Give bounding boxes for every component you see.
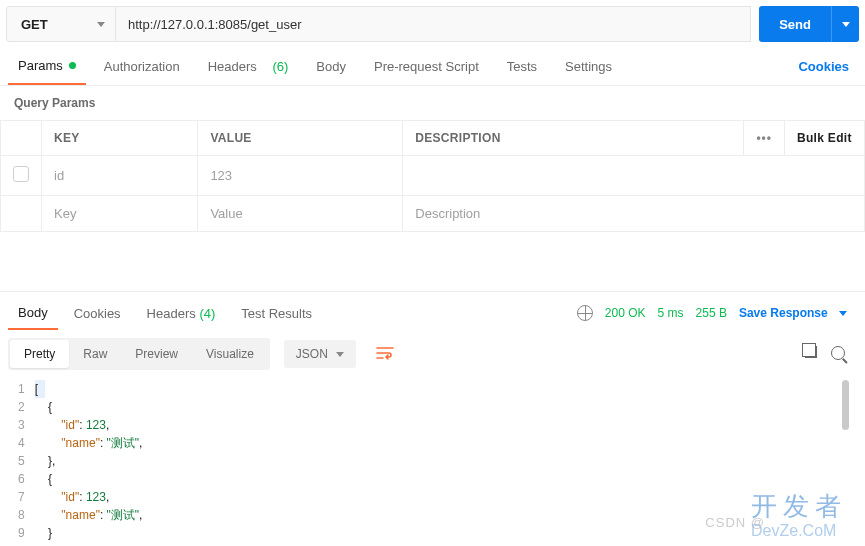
save-response-button[interactable]: Save Response: [739, 306, 847, 320]
tab-authorization[interactable]: Authorization: [94, 48, 190, 85]
tab-headers[interactable]: Headers (6): [198, 48, 299, 85]
desc-cell[interactable]: [403, 156, 865, 196]
code-content[interactable]: [ { "id": 123, "name": "测试", }, { "id": …: [35, 378, 143, 544]
url-input[interactable]: [116, 6, 751, 42]
response-size[interactable]: 255 B: [696, 306, 727, 320]
chevron-down-icon: [839, 311, 847, 316]
value-cell[interactable]: 123: [198, 156, 403, 196]
method-label: GET: [21, 17, 48, 32]
view-preview-button[interactable]: Preview: [121, 340, 192, 368]
tab-prerequest[interactable]: Pre-request Script: [364, 48, 489, 85]
globe-icon[interactable]: [577, 305, 593, 321]
line-gutter: 123456789: [4, 378, 35, 544]
send-dropdown-button[interactable]: [831, 6, 859, 42]
view-toolbar: Pretty Raw Preview Visualize JSON: [0, 330, 865, 378]
response-tabs: Body Cookies Headers (4) Test Results 20…: [0, 292, 865, 330]
status-code[interactable]: 200 OK: [605, 306, 646, 320]
view-raw-button[interactable]: Raw: [69, 340, 121, 368]
chevron-down-icon: [336, 352, 344, 357]
resp-tab-tests[interactable]: Test Results: [231, 296, 322, 330]
key-header[interactable]: KEY: [42, 121, 198, 156]
desc-placeholder[interactable]: Description: [403, 196, 865, 232]
resp-tab-headers[interactable]: Headers (4): [137, 296, 226, 330]
row-checkbox[interactable]: [13, 166, 29, 182]
tab-tests[interactable]: Tests: [497, 48, 547, 85]
table-row-empty[interactable]: Key Value Description: [1, 196, 865, 232]
params-table: KEY VALUE DESCRIPTION ••• Bulk Edit id 1…: [0, 120, 865, 232]
watermark-csdn: CSDN @: [705, 515, 765, 530]
divider: [0, 232, 865, 292]
search-icon[interactable]: [831, 346, 845, 363]
value-header[interactable]: VALUE: [198, 121, 403, 156]
value-placeholder[interactable]: Value: [198, 196, 403, 232]
bulk-edit-button[interactable]: Bulk Edit: [785, 121, 865, 156]
key-placeholder[interactable]: Key: [42, 196, 198, 232]
http-method-select[interactable]: GET: [6, 6, 116, 42]
request-tabs: Params Authorization Headers (6) Body Pr…: [0, 48, 865, 86]
row-options-header[interactable]: •••: [744, 121, 785, 156]
chevron-down-icon: [842, 22, 850, 27]
view-pretty-button[interactable]: Pretty: [10, 340, 69, 368]
resp-tab-cookies[interactable]: Cookies: [64, 296, 131, 330]
tab-body[interactable]: Body: [306, 48, 356, 85]
table-row[interactable]: id 123: [1, 156, 865, 196]
wrap-lines-icon[interactable]: [368, 339, 402, 370]
chevron-down-icon: [97, 22, 105, 27]
cookies-link[interactable]: Cookies: [790, 59, 857, 74]
desc-header[interactable]: DESCRIPTION: [403, 121, 744, 156]
tab-settings[interactable]: Settings: [555, 48, 622, 85]
query-params-title: Query Params: [0, 86, 865, 120]
key-cell[interactable]: id: [42, 156, 198, 196]
tab-params[interactable]: Params: [8, 48, 86, 85]
active-dot-icon: [69, 62, 76, 69]
copy-icon[interactable]: [805, 346, 817, 363]
scrollbar-thumb[interactable]: [842, 380, 849, 430]
format-select[interactable]: JSON: [284, 340, 356, 368]
view-visualize-button[interactable]: Visualize: [192, 340, 268, 368]
send-button[interactable]: Send: [759, 6, 831, 42]
checkbox-header: [1, 121, 42, 156]
response-time[interactable]: 5 ms: [658, 306, 684, 320]
resp-tab-body[interactable]: Body: [8, 296, 58, 330]
